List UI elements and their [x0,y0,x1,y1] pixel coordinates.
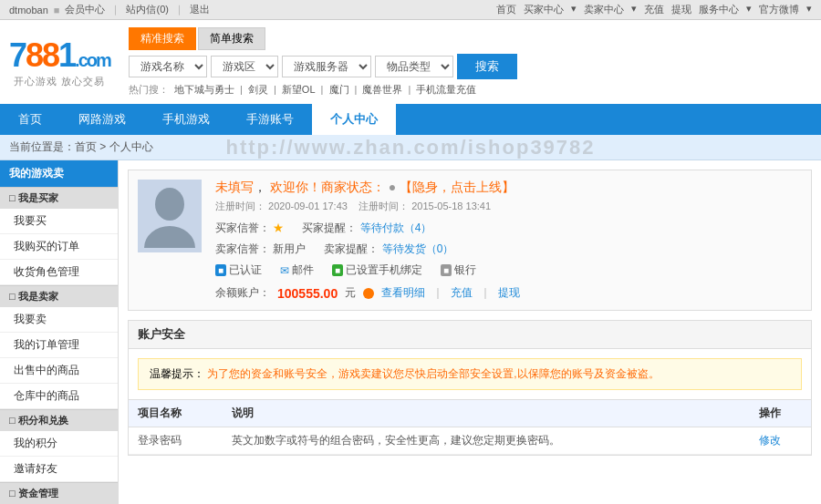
hot-item-1[interactable]: 剑灵 [248,84,268,95]
profile-box: 未填写， 欢迎你！商家状态： ● 【隐身，点击上线】 注册时间： 2020-09… [128,170,812,311]
security-table: 项目名称 说明 操作 登录密码 英文加数字或符号的组合密码，安全性更高，建议您定… [129,399,811,455]
avatar-icon [142,184,197,248]
svg-point-1 [144,226,195,248]
top-bar-nav: 首页 买家中心▾ 卖家中心▾ 充值 提现 服务中心▾ 官方微博▾ [496,3,812,16]
cert-email-label: 邮件 [292,262,314,278]
search-button[interactable]: 搜索 [457,54,517,79]
seller-remind-val[interactable]: 等待发货（0） [382,242,454,255]
cert-id: ■ 已认证 [215,262,262,278]
sidebar-item-points[interactable]: 我的积分 [0,431,118,457]
cert-bank-label: 银行 [454,262,476,278]
row-name: 登录密码 [129,427,223,455]
last-time-label: 注册时间： [359,201,409,211]
nav-home[interactable]: 首页 [496,3,516,16]
nav-recharge[interactable]: 充值 [644,3,664,16]
sidebar-item-manage-orders[interactable]: 我的订单管理 [0,333,118,358]
nav-weibo[interactable]: 官方微博 [759,3,799,16]
sidebar-item-warehouse[interactable]: 仓库中的商品 [0,384,118,409]
game-name-select[interactable]: 游戏名称 [129,56,207,77]
game-zone-select[interactable]: 游戏区 [211,56,278,77]
buyer-credit: 买家信誉： ★ 买家提醒： 等待付款（4） [215,221,431,236]
balance-row: 余额账户： 100555.00 元 查看明细 ｜ 充值 ｜ 提现 [215,285,802,301]
sidebar-item-sell[interactable]: 我要卖 [0,307,118,333]
buyer-remind-val[interactable]: 等待付款（4） [360,221,432,234]
buyer-credit-label: 买家信誉： [215,221,270,234]
item-type-select[interactable]: 物品类型 [375,56,453,77]
logout-link[interactable]: 退出 [190,3,210,16]
balance-recharge-link[interactable]: 充值 [451,285,473,301]
seller-credit-label: 卖家信誉： [215,242,270,255]
nav-item-online-game[interactable]: 网路游戏 [60,104,144,135]
top-bar: dtmoban ■ 会员中心 ｜ 站内信(0) ｜ 退出 首页 买家中心▾ 卖家… [0,0,821,20]
hot-item-2[interactable]: 新望OL [282,84,316,95]
search-filters: 游戏名称 游戏区 游戏服务器 物品类型 搜索 [129,54,812,79]
sidebar-item-orders[interactable]: 我购买的订单 [0,234,118,260]
profile-info: 未填写， 欢迎你！商家状态： ● 【隐身，点击上线】 注册时间： 2020-09… [215,180,802,301]
id-cert-icon: ■ [215,264,226,276]
breadcrumb-bar: 当前位置是：首页 > 个人中心 http://www.zhan.com/isho… [0,135,821,160]
seller-ratings: 卖家信誉： 新用户 卖家提醒： 等待发货（0） [215,242,802,257]
hot-item-4[interactable]: 魔兽世界 [362,84,402,95]
balance-detail-link[interactable]: 查看明细 [381,285,425,301]
top-bar-left: dtmoban ■ 会员中心 ｜ 站内信(0) ｜ 退出 [9,3,210,16]
cert-id-label: 已认证 [229,262,262,278]
security-section: 账户安全 温馨提示： 为了您的资金和账号安全，游戏卖建议您尽快启动全部安全设置,… [128,320,812,456]
nav-item-personal[interactable]: 个人中心 [312,104,396,135]
seller-credit-val: 新用户 [273,242,306,255]
logo-text: 7881.com [9,36,110,75]
sidebar-item-on-sale[interactable]: 出售中的商品 [0,358,118,384]
balance-label: 余额账户： [215,285,270,301]
nav-item-mobile-account[interactable]: 手游账号 [228,104,312,135]
hot-item-0[interactable]: 地下城与勇士 [174,84,234,95]
game-server-select[interactable]: 游戏服务器 [282,56,371,77]
sidebar-item-invite[interactable]: 邀请好友 [0,457,118,482]
nav-seller[interactable]: 卖家中心 [584,3,624,16]
search-area: 精准搜索 简单搜索 游戏名称 游戏区 游戏服务器 物品类型 搜索 热门搜： 地下… [129,27,812,97]
profile-name: 未填写， 欢迎你！商家状态： ● 【隐身，点击上线】 [215,180,802,196]
nav-item-home[interactable]: 首页 [0,104,60,135]
col-name: 项目名称 [129,400,223,427]
profile-ratings: 买家信誉： ★ 买家提醒： 等待付款（4） [215,221,802,236]
nav-withdraw[interactable]: 提现 [671,3,691,16]
breadcrumb: 当前位置是：首页 > 个人中心 [9,140,153,153]
svg-point-0 [155,188,184,221]
nav-buyer[interactable]: 买家中心 [524,3,564,16]
warning-msg: 为了您的资金和账号安全，游戏卖建议您尽快启动全部安全设置,以保障您的账号及资金被… [207,367,659,380]
member-center-link[interactable]: 会员中心 [65,3,105,16]
logo-sub: 开心游戏 放心交易 [14,75,105,88]
search-tab-simple[interactable]: 简单搜索 [198,27,265,50]
avatar [138,180,202,252]
hot-item-5[interactable]: 手机流量充值 [416,84,476,95]
sidebar: 我的游戏卖 我是买家 我要买 我购买的订单 收货角色管理 我是卖家 我要卖 我的… [0,160,119,504]
phone-cert-icon: ■ [332,264,343,276]
balance-amount: 100555.00 [277,286,338,301]
warning-label: 温馨提示： [150,367,204,380]
inbox-link[interactable]: 站内信(0) [126,3,168,16]
logo[interactable]: 7881.com 开心游戏 放心交易 [9,36,110,88]
sidebar-item-roles[interactable]: 收货角色管理 [0,260,118,285]
balance-withdraw-link[interactable]: 提现 [498,285,520,301]
row-action-link[interactable]: 修改 [759,434,781,447]
cert-phone-label: 已设置手机绑定 [346,262,422,278]
hot-search-label: 热门搜： [129,84,169,95]
sidebar-group-buyer: 我是买家 [0,187,118,209]
nav-service[interactable]: 服务中心 [699,3,739,16]
sidebar-item-buy[interactable]: 我要买 [0,209,118,234]
cert-phone: ■ 已设置手机绑定 [332,262,422,278]
search-tabs: 精准搜索 简单搜索 [129,27,812,50]
sidebar-group-seller: 我是卖家 [0,285,118,307]
hot-item-3[interactable]: 魔门 [329,84,349,95]
cert-email: ✉ 邮件 [280,262,314,278]
profile-certs: ■ 已认证 ✉ 邮件 ■ 已设置手机绑定 ■ 银行 [215,262,802,278]
nav-item-mobile-game[interactable]: 手机游戏 [144,104,228,135]
brand-link[interactable]: dtmoban [9,5,48,15]
row-desc: 英文加数字或符号的组合密码，安全性更高，建议您定期更换密码。 [223,427,750,455]
col-action: 操作 [750,400,811,427]
hot-search: 热门搜： 地下城与勇士 | 剑灵 | 新望OL | 魔门 | 魔兽世界 | 手机… [129,83,812,97]
sidebar-title[interactable]: 我的游戏卖 [0,160,118,187]
main-nav: 首页 网路游戏 手机游戏 手游账号 个人中心 [0,104,821,135]
cert-bank: ■ 银行 [441,262,476,278]
search-tab-precise[interactable]: 精准搜索 [129,27,196,50]
status-text[interactable]: 【隐身，点击上线】 [400,180,514,194]
seller-remind-label: 卖家提醒： [324,242,379,255]
